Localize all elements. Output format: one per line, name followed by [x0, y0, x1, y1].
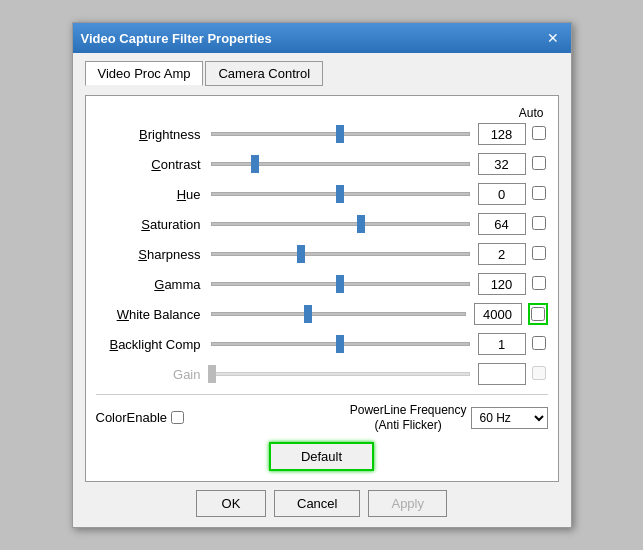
prop-row-saturation: Saturation	[96, 212, 548, 236]
prop-value-hue[interactable]	[478, 183, 526, 205]
slider-saturation[interactable]	[211, 214, 470, 234]
default-button-area: Default	[96, 442, 548, 471]
powerline-select[interactable]: 60 Hz 50 Hz Disabled	[471, 407, 548, 429]
slider-gamma[interactable]	[211, 274, 470, 294]
default-button[interactable]: Default	[269, 442, 374, 471]
prop-value-white-balance[interactable]	[474, 303, 522, 325]
prop-auto-white-balance[interactable]	[528, 303, 548, 325]
prop-value-saturation[interactable]	[478, 213, 526, 235]
prop-auto-gain	[532, 366, 548, 382]
prop-auto-sharpness[interactable]	[532, 246, 548, 262]
color-enable-label: ColorEnable	[96, 410, 168, 425]
auto-column-header: Auto	[96, 106, 548, 120]
slider-thumb-sharpness[interactable]	[297, 245, 305, 263]
slider-sharpness[interactable]	[211, 244, 470, 264]
powerline-row: PowerLine Frequency(Anti Flicker) 60 Hz …	[350, 403, 548, 432]
prop-auto-checkbox-hue[interactable]	[532, 186, 546, 200]
prop-label-white-balance: White Balance	[96, 307, 211, 322]
prop-label-contrast: Contrast	[96, 157, 211, 172]
slider-thumb-contrast[interactable]	[251, 155, 259, 173]
slider-thumb-backlight-comp[interactable]	[336, 335, 344, 353]
prop-row-sharpness: Sharpness	[96, 242, 548, 266]
divider	[96, 394, 548, 395]
prop-value-contrast[interactable]	[478, 153, 526, 175]
prop-auto-checkbox-gain	[532, 366, 546, 380]
bottom-row: ColorEnable PowerLine Frequency(Anti Fli…	[96, 403, 548, 432]
slider-brightness[interactable]	[211, 124, 470, 144]
slider-backlight-comp[interactable]	[211, 334, 470, 354]
slider-track-hue	[211, 192, 470, 196]
slider-thumb-white-balance[interactable]	[304, 305, 312, 323]
ok-button[interactable]: OK	[196, 490, 266, 517]
slider-thumb-hue[interactable]	[336, 185, 344, 203]
window-title: Video Capture Filter Properties	[81, 31, 272, 46]
slider-thumb-gain	[208, 365, 216, 383]
title-bar-left: Video Capture Filter Properties	[81, 31, 272, 46]
prop-row-contrast: Contrast	[96, 152, 548, 176]
tab-content: Auto BrightnessContrastHueSaturationShar…	[85, 95, 559, 482]
slider-track-white-balance	[211, 312, 466, 316]
apply-button[interactable]: Apply	[368, 490, 447, 517]
prop-row-white-balance: White Balance	[96, 302, 548, 326]
prop-auto-backlight-comp[interactable]	[532, 336, 548, 352]
slider-track-contrast	[211, 162, 470, 166]
prop-auto-brightness[interactable]	[532, 126, 548, 142]
prop-row-brightness: Brightness	[96, 122, 548, 146]
close-button[interactable]: ✕	[543, 28, 563, 48]
powerline-label: PowerLine Frequency(Anti Flicker)	[350, 403, 467, 432]
slider-track-gamma	[211, 282, 470, 286]
slider-contrast[interactable]	[211, 154, 470, 174]
prop-row-backlight-comp: Backlight Comp	[96, 332, 548, 356]
slider-thumb-gamma[interactable]	[336, 275, 344, 293]
prop-label-gain: Gain	[96, 367, 211, 382]
cancel-button[interactable]: Cancel	[274, 490, 360, 517]
prop-auto-contrast[interactable]	[532, 156, 548, 172]
slider-thumb-saturation[interactable]	[357, 215, 365, 233]
color-enable-row: ColorEnable	[96, 410, 185, 425]
main-window: Video Capture Filter Properties ✕ Video …	[72, 22, 572, 528]
tab-bar: Video Proc Amp Camera Control	[85, 61, 559, 86]
tab-camera-control[interactable]: Camera Control	[205, 61, 323, 86]
prop-auto-checkbox-brightness[interactable]	[532, 126, 546, 140]
prop-label-saturation: Saturation	[96, 217, 211, 232]
prop-label-hue: Hue	[96, 187, 211, 202]
slider-track-saturation	[211, 222, 470, 226]
prop-auto-checkbox-backlight-comp[interactable]	[532, 336, 546, 350]
prop-label-brightness: Brightness	[96, 127, 211, 142]
prop-label-backlight-comp: Backlight Comp	[96, 337, 211, 352]
slider-track-sharpness	[211, 252, 470, 256]
title-bar: Video Capture Filter Properties ✕	[73, 23, 571, 53]
prop-row-gamma: Gamma	[96, 272, 548, 296]
slider-hue[interactable]	[211, 184, 470, 204]
slider-gain	[211, 364, 470, 384]
prop-row-gain: Gain	[96, 362, 548, 386]
slider-track-gain	[211, 372, 470, 376]
slider-track-backlight-comp	[211, 342, 470, 346]
prop-label-gamma: Gamma	[96, 277, 211, 292]
prop-label-sharpness: Sharpness	[96, 247, 211, 262]
action-buttons-row: OK Cancel Apply	[85, 490, 559, 517]
prop-auto-checkbox-saturation[interactable]	[532, 216, 546, 230]
color-enable-checkbox[interactable]	[171, 411, 184, 424]
prop-value-gain	[478, 363, 526, 385]
slider-white-balance[interactable]	[211, 304, 466, 324]
content-area: Video Proc Amp Camera Control Auto Brigh…	[73, 53, 571, 527]
prop-auto-hue[interactable]	[532, 186, 548, 202]
tab-video-proc-amp[interactable]: Video Proc Amp	[85, 61, 204, 86]
slider-track-brightness	[211, 132, 470, 136]
prop-value-gamma[interactable]	[478, 273, 526, 295]
prop-value-brightness[interactable]	[478, 123, 526, 145]
prop-auto-gamma[interactable]	[532, 276, 548, 292]
slider-thumb-brightness[interactable]	[336, 125, 344, 143]
prop-value-backlight-comp[interactable]	[478, 333, 526, 355]
prop-auto-checkbox-contrast[interactable]	[532, 156, 546, 170]
prop-auto-checkbox-sharpness[interactable]	[532, 246, 546, 260]
prop-value-sharpness[interactable]	[478, 243, 526, 265]
prop-auto-checkbox-white-balance[interactable]	[531, 307, 545, 321]
properties-container: BrightnessContrastHueSaturationSharpness…	[96, 122, 548, 386]
prop-auto-saturation[interactable]	[532, 216, 548, 232]
prop-auto-checkbox-gamma[interactable]	[532, 276, 546, 290]
prop-row-hue: Hue	[96, 182, 548, 206]
